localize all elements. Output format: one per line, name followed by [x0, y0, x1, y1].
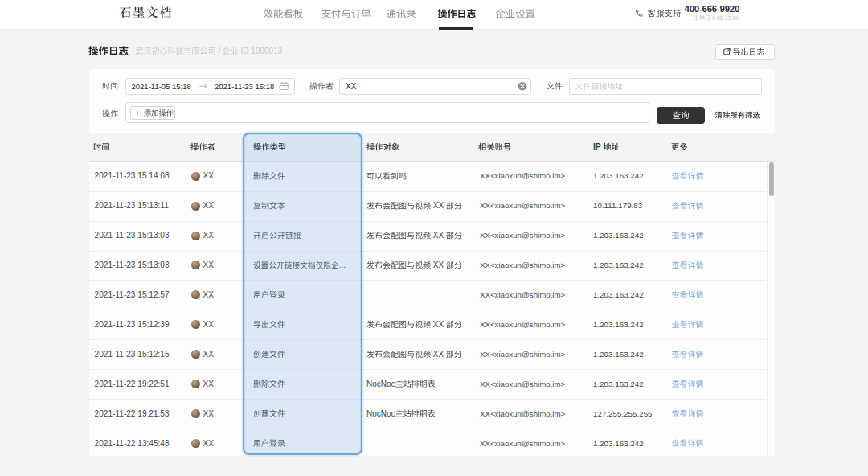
svg-text:XX<xiaoxun@shimo.im>: XX<xiaoxun@shimo.im>	[480, 409, 566, 418]
svg-text:NocNoc: NocNoc	[366, 409, 395, 418]
svg-text:XX: XX	[431, 231, 446, 240]
svg-text:2021-11-23 15:18: 2021-11-23 15:18	[215, 82, 274, 91]
svg-text:2021-11-23 15:13:03: 2021-11-23 15:13:03	[95, 261, 170, 269]
svg-text:XX<xiaoxun@shimo.im>: XX<xiaoxun@shimo.im>	[480, 380, 566, 388]
svg-text:XX<xiaoxun@shimo.im>: XX<xiaoxun@shimo.im>	[480, 201, 566, 210]
svg-text:XX<xiaoxun@shimo.im>: XX<xiaoxun@shimo.im>	[480, 231, 566, 240]
svg-text:IP: IP	[593, 142, 603, 151]
svg-text:2021-11-22 19:21:53: 2021-11-22 19:21:53	[95, 409, 170, 418]
svg-text:2021-11-23 15:12:39: 2021-11-23 15:12:39	[95, 320, 170, 329]
svg-text:/: /	[216, 47, 223, 55]
svg-text:2021-11-23 15:14:08: 2021-11-23 15:14:08	[95, 171, 170, 180]
svg-text:XX<xiaoxun@shimo.im>: XX<xiaoxun@shimo.im>	[480, 320, 566, 329]
svg-text:XX: XX	[203, 320, 215, 329]
svg-text:XX: XX	[203, 231, 215, 240]
svg-text:1.203.163.242: 1.203.163.242	[593, 320, 644, 329]
svg-text:XX: XX	[431, 320, 446, 329]
svg-text:XX<xiaoxun@shimo.im>: XX<xiaoxun@shimo.im>	[480, 261, 566, 269]
svg-text:1.203.163.242: 1.203.163.242	[593, 380, 644, 388]
svg-text:127.255.255.255: 127.255.255.255	[593, 409, 653, 418]
svg-text:10.111.179.83: 10.111.179.83	[593, 201, 643, 210]
svg-text:2021-11-22 19:22:51: 2021-11-22 19:22:51	[95, 380, 170, 388]
svg-text:1.203.163.242: 1.203.163.242	[593, 350, 644, 359]
svg-text:2021-11-23 15:12:15: 2021-11-23 15:12:15	[95, 350, 170, 359]
svg-text:2021-11-23 15:13:03: 2021-11-23 15:13:03	[95, 231, 170, 240]
svg-text:XX<xiaoxun@shimo.im>: XX<xiaoxun@shimo.im>	[480, 350, 566, 359]
svg-text:XX: XX	[346, 82, 357, 91]
svg-text:1.203.163.242: 1.203.163.242	[593, 439, 644, 448]
svg-text:XX: XX	[431, 261, 446, 269]
svg-text:XX: XX	[431, 201, 446, 210]
svg-text:XX: XX	[203, 409, 215, 418]
svg-text:XX: XX	[203, 290, 215, 299]
svg-text:XX: XX	[203, 201, 215, 210]
svg-text:2021-11-23 15:12:57: 2021-11-23 15:12:57	[95, 290, 170, 299]
svg-text:XX: XX	[203, 439, 215, 448]
svg-text:1.203.163.242: 1.203.163.242	[593, 171, 644, 180]
svg-text:XX: XX	[203, 350, 215, 359]
svg-text:XX<xiaoxun@shimo.im>: XX<xiaoxun@shimo.im>	[480, 439, 566, 448]
svg-text:1.203.163.242: 1.203.163.242	[593, 231, 644, 240]
svg-text:2021-11-22 13:45:48: 2021-11-22 13:45:48	[95, 439, 170, 448]
svg-text:400-666-9920: 400-666-9920	[685, 4, 740, 14]
svg-text:XX: XX	[203, 261, 215, 269]
svg-text:NocNoc: NocNoc	[366, 380, 395, 388]
svg-text:2021-11-05 15:18: 2021-11-05 15:18	[132, 82, 191, 91]
svg-text:9:00-19:00: 9:00-19:00	[710, 15, 739, 22]
svg-text:2021-11-23 15:13:11: 2021-11-23 15:13:11	[95, 201, 170, 210]
svg-text:XX: XX	[203, 380, 215, 388]
svg-text:XX: XX	[203, 171, 215, 180]
svg-text:XX<xiaoxun@shimo.im>: XX<xiaoxun@shimo.im>	[480, 290, 566, 299]
svg-text:XX<xiaoxun@shimo.im>: XX<xiaoxun@shimo.im>	[480, 171, 566, 180]
svg-text:1.203.163.242: 1.203.163.242	[593, 290, 644, 299]
svg-text:1.203.163.242: 1.203.163.242	[593, 261, 644, 269]
svg-text:ID 1000013: ID 1000013	[239, 47, 283, 55]
svg-text:XX: XX	[431, 350, 446, 359]
